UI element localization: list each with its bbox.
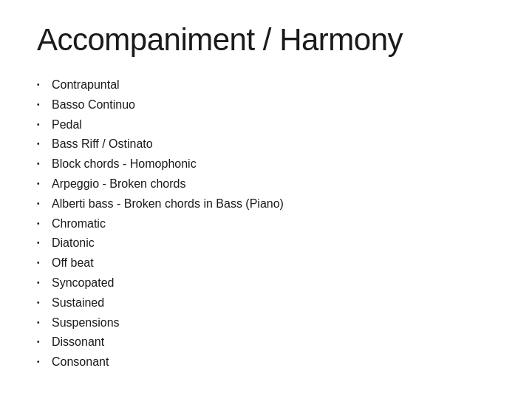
bullet-dot: • bbox=[37, 254, 52, 269]
list-item: •Syncopated bbox=[37, 273, 495, 293]
list-item-text: Alberti bass - Broken chords in Bass (Pi… bbox=[52, 195, 284, 214]
list-item-text: Dissonant bbox=[52, 333, 104, 352]
list-item-text: Off beat bbox=[52, 254, 94, 273]
list-item: •Basso Continuo bbox=[37, 95, 495, 115]
list-item-text: Syncopated bbox=[52, 274, 115, 293]
list-item-text: Arpeggio - Broken chords bbox=[52, 175, 185, 194]
bullet-dot: • bbox=[37, 195, 52, 210]
list-item: •Arpeggio - Broken chords bbox=[37, 174, 495, 194]
list-item: •Consonant bbox=[37, 352, 495, 372]
bullet-dot: • bbox=[37, 175, 52, 190]
page-title: Accompaniment / Harmony bbox=[37, 22, 495, 58]
bullet-dot: • bbox=[37, 234, 52, 249]
list-item-text: Bass Riff / Ostinato bbox=[52, 135, 153, 154]
list-item-text: Sustained bbox=[52, 294, 104, 313]
bullet-dot: • bbox=[37, 333, 52, 348]
bullet-dot: • bbox=[37, 294, 52, 309]
bullet-dot: • bbox=[37, 116, 52, 131]
bullet-dot: • bbox=[37, 96, 52, 111]
list-item: •Bass Riff / Ostinato bbox=[37, 134, 495, 154]
list-item-text: Pedal bbox=[52, 116, 82, 134]
bullet-dot: • bbox=[37, 76, 52, 91]
bullet-dot: • bbox=[37, 274, 52, 289]
bullet-dot: • bbox=[37, 353, 52, 368]
list-item-text: Chromatic bbox=[52, 215, 106, 233]
list-item-text: Suspensions bbox=[52, 314, 120, 332]
list-item: •Sustained bbox=[37, 293, 495, 313]
bullet-dot: • bbox=[37, 135, 52, 150]
list-item: •Alberti bass - Broken chords in Bass (P… bbox=[37, 194, 495, 214]
list-item-text: Contrapuntal bbox=[52, 76, 120, 95]
bullet-list: •Contrapuntal•Basso Continuo•Pedal•Bass … bbox=[37, 75, 495, 372]
bullet-dot: • bbox=[37, 215, 52, 230]
list-item-text: Consonant bbox=[52, 353, 109, 372]
list-item-text: Basso Continuo bbox=[52, 96, 135, 115]
list-item: •Suspensions bbox=[37, 313, 495, 333]
list-item-text: Diatonic bbox=[52, 234, 95, 253]
list-item: •Block chords - Homophonic bbox=[37, 154, 495, 174]
bullet-dot: • bbox=[37, 314, 52, 329]
list-item-text: Block chords - Homophonic bbox=[52, 155, 197, 174]
page-container: Accompaniment / Harmony •Contrapuntal•Ba… bbox=[0, 0, 532, 399]
list-item: •Dissonant bbox=[37, 332, 495, 352]
list-item: •Pedal bbox=[37, 115, 495, 135]
list-item: •Contrapuntal bbox=[37, 75, 495, 95]
list-item: •Diatonic bbox=[37, 233, 495, 253]
list-item: •Off beat bbox=[37, 253, 495, 273]
list-item: •Chromatic bbox=[37, 214, 495, 234]
bullet-dot: • bbox=[37, 155, 52, 170]
